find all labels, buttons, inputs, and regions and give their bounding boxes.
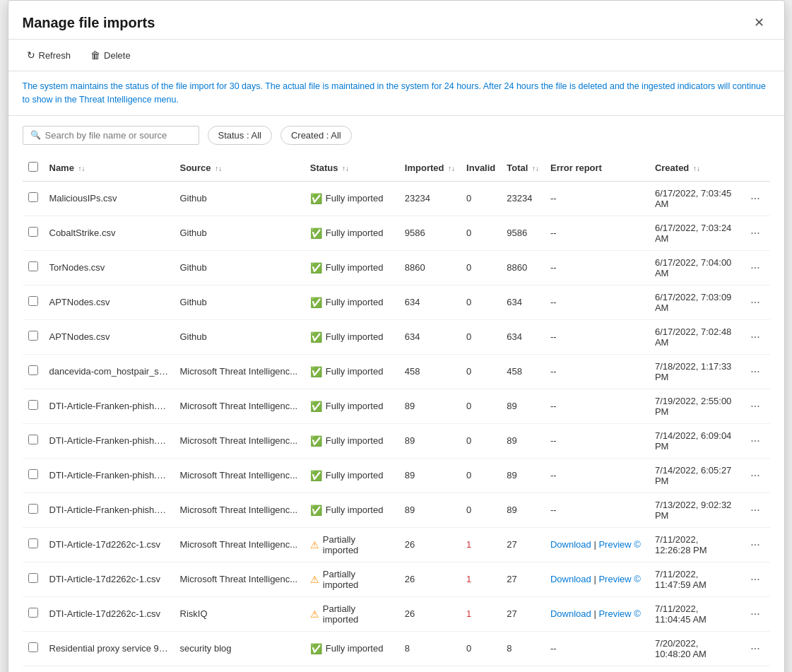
row-more-button[interactable]: ··· — [747, 295, 762, 310]
row-checkbox-9[interactable] — [28, 504, 38, 514]
dialog-header: Manage file imports ✕ — [8, 1, 784, 40]
row-created: 7/11/2022, 12:26:28 PM — [649, 527, 742, 562]
row-total: 89 — [501, 389, 545, 423]
col-header-source[interactable]: Source ↑↓ — [175, 155, 305, 182]
table-row: DTI-Article-17d2262c-1.csv RiskIQ ⚠Parti… — [23, 596, 770, 631]
status-text: Partially imported — [323, 569, 394, 590]
row-created: 7/20/2022, 10:47:29 AM — [649, 666, 742, 672]
status-text: Partially imported — [323, 603, 394, 625]
row-status: ✅Fully imported — [305, 666, 399, 672]
row-total: 27 — [501, 527, 545, 562]
status-full-icon: ✅ — [310, 435, 322, 447]
delete-button[interactable]: 🗑 Delete — [86, 47, 135, 64]
row-checkbox-0[interactable] — [28, 192, 38, 202]
row-more-button[interactable]: ··· — [747, 502, 762, 518]
col-header-status[interactable]: Status ↑↓ — [305, 155, 399, 182]
refresh-label: Refresh — [39, 50, 71, 61]
refresh-button[interactable]: ↻ Refresh — [23, 47, 76, 64]
row-status: ✅Fully imported — [305, 181, 399, 216]
col-header-invalid[interactable]: Invalid — [461, 155, 501, 182]
status-text: Fully imported — [326, 262, 384, 273]
preview-link[interactable]: Preview © — [598, 574, 640, 584]
row-more-button[interactable]: ··· — [747, 641, 762, 656]
row-imported: 89 — [399, 423, 461, 458]
row-more-button[interactable]: ··· — [747, 329, 762, 345]
row-error: -- — [545, 181, 649, 216]
row-checkbox-5[interactable] — [28, 365, 38, 375]
row-imported: 26 — [399, 596, 461, 631]
row-name: DTI-Article-17d2262c-1.csv — [44, 562, 175, 596]
row-imported: 458 — [399, 354, 461, 389]
status-full-icon: ✅ — [310, 643, 322, 654]
search-input[interactable] — [45, 130, 191, 141]
row-error: -- — [545, 389, 649, 423]
status-full-icon: ✅ — [310, 228, 322, 239]
row-more-button[interactable]: ··· — [747, 191, 762, 206]
row-checkbox-7[interactable] — [28, 435, 38, 444]
row-source: Github — [175, 319, 305, 354]
row-invalid: 0 — [461, 216, 501, 250]
row-created: 6/17/2022, 7:03:24 AM — [649, 216, 742, 250]
row-imported: 9586 — [399, 216, 461, 250]
row-name: APTNodes.csv — [44, 285, 175, 319]
row-checkbox-11[interactable] — [28, 573, 38, 583]
row-total: 89 — [501, 493, 545, 527]
row-source: Microsoft Threat Intelligenc... — [175, 423, 305, 458]
filters-bar: 🔍 Status : All Created : All — [8, 116, 784, 155]
row-checkbox-8[interactable] — [28, 469, 38, 479]
download-link[interactable]: Download — [550, 539, 591, 550]
delete-label: Delete — [104, 50, 131, 61]
row-created: 7/19/2022, 2:55:00 PM — [649, 389, 742, 423]
row-name: DTI-Article-17d2262c-1.csv — [44, 596, 175, 631]
row-more-button[interactable]: ··· — [747, 260, 762, 276]
col-header-name[interactable]: Name ↑↓ — [44, 155, 175, 182]
status-text: Fully imported — [326, 505, 384, 515]
row-more-button[interactable]: ··· — [747, 606, 762, 622]
row-error: -- — [545, 493, 649, 527]
created-filter-button[interactable]: Created : All — [280, 126, 352, 145]
row-checkbox-3[interactable] — [28, 296, 38, 306]
error-none: -- — [550, 470, 557, 481]
row-checkbox-13[interactable] — [28, 642, 38, 652]
row-imported: 89 — [399, 493, 461, 527]
row-created: 7/14/2022, 6:05:27 PM — [649, 458, 742, 493]
col-header-total[interactable]: Total ↑↓ — [501, 155, 545, 182]
download-link[interactable]: Download — [550, 574, 591, 584]
row-status: ✅Fully imported — [305, 285, 399, 319]
download-link[interactable]: Download — [550, 608, 591, 619]
close-icon-button[interactable]: ✕ — [748, 13, 770, 32]
row-more-button[interactable]: ··· — [747, 364, 762, 379]
status-text: Fully imported — [326, 435, 384, 446]
row-more-button[interactable]: ··· — [747, 572, 762, 587]
row-imported: 2 — [399, 666, 461, 672]
row-status: ✅Fully imported — [305, 493, 399, 527]
status-full-icon: ✅ — [310, 193, 322, 204]
row-more-button[interactable]: ··· — [747, 399, 762, 414]
select-all-checkbox[interactable] — [28, 162, 38, 172]
row-total: 27 — [501, 562, 545, 596]
row-checkbox-6[interactable] — [28, 400, 38, 410]
row-checkbox-4[interactable] — [28, 331, 38, 341]
row-checkbox-10[interactable] — [28, 538, 38, 548]
row-more-button[interactable]: ··· — [747, 433, 762, 449]
table-row: MaliciousIPs.csv Github ✅Fully imported … — [23, 181, 770, 216]
col-header-error[interactable]: Error report — [545, 155, 649, 182]
preview-link[interactable]: Preview © — [598, 539, 640, 550]
table-row: sandbox domains.csv Microsoft sandbox do… — [23, 666, 770, 672]
row-checkbox-12[interactable] — [28, 608, 38, 618]
row-invalid: 0 — [461, 181, 501, 216]
col-header-created[interactable]: Created ↑↓ — [649, 155, 742, 182]
row-more-button[interactable]: ··· — [747, 225, 762, 241]
row-checkbox-1[interactable] — [28, 227, 38, 237]
row-name: DTI-Article-Franken-phish.csv — [44, 458, 175, 493]
row-imported: 8 — [399, 631, 461, 666]
row-invalid: 0 — [461, 458, 501, 493]
col-header-imported[interactable]: Imported ↑↓ — [399, 155, 461, 182]
status-text: Fully imported — [326, 331, 384, 342]
row-checkbox-2[interactable] — [28, 261, 38, 271]
error-none: -- — [550, 297, 557, 307]
row-more-button[interactable]: ··· — [747, 537, 762, 553]
row-more-button[interactable]: ··· — [747, 468, 762, 483]
preview-link[interactable]: Preview © — [598, 608, 640, 619]
status-filter-button[interactable]: Status : All — [208, 126, 272, 145]
